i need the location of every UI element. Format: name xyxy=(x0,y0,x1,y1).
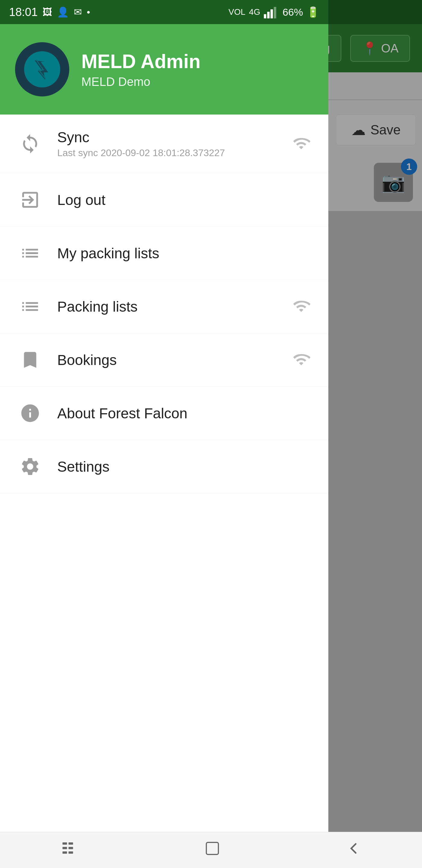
svg-rect-11 xyxy=(69,851,73,854)
about-icon xyxy=(18,401,42,425)
about-label: About Forest Falcon xyxy=(57,405,310,422)
packing-lists-icon xyxy=(18,294,42,318)
menu-item-bookings[interactable]: Bookings xyxy=(0,333,328,387)
svg-rect-0 xyxy=(264,14,266,19)
packing-lists-label: Packing lists xyxy=(57,299,277,315)
nav-back-button[interactable] xyxy=(333,833,372,867)
avatar xyxy=(15,42,69,96)
sync-label: Sync xyxy=(57,129,277,146)
menu-item-logout[interactable]: Log out xyxy=(0,173,328,227)
image-status-icon: 🖼 xyxy=(42,7,52,18)
dot-status-icon: • xyxy=(87,7,90,18)
logout-text: Log out xyxy=(57,192,310,208)
menu-item-settings[interactable]: Settings xyxy=(0,440,328,493)
svg-rect-9 xyxy=(69,842,73,845)
menu-item-about[interactable]: About Forest Falcon xyxy=(0,387,328,440)
navigation-drawer: 18:01 🖼 👤 ✉ • VOL 4G 66% 🔋 xyxy=(0,0,328,868)
menu-item-my-packing-lists[interactable]: My packing lists xyxy=(0,227,328,280)
battery-icon: 🔋 xyxy=(306,6,319,18)
logout-label: Log out xyxy=(57,192,310,208)
bookings-text: Bookings xyxy=(57,352,277,368)
logout-icon xyxy=(18,188,42,212)
menu-item-packing-lists[interactable]: Packing lists xyxy=(0,280,328,333)
nav-home-button[interactable] xyxy=(191,833,233,867)
sync-icon xyxy=(18,132,42,156)
bookings-wifi-icon xyxy=(292,351,310,369)
svg-rect-3 xyxy=(274,7,276,19)
svg-rect-7 xyxy=(63,847,67,849)
bottom-nav xyxy=(0,832,422,868)
menu-list: Sync Last sync 2020-09-02 18:01:28.37322… xyxy=(0,115,328,868)
person-status-icon: 👤 xyxy=(57,6,69,18)
sync-sublabel: Last sync 2020-09-02 18:01:28.373227 xyxy=(57,147,277,158)
svg-rect-6 xyxy=(63,842,67,845)
svg-rect-2 xyxy=(270,9,273,19)
4g-icon: 4G xyxy=(249,7,260,17)
my-packing-lists-text: My packing lists xyxy=(57,245,310,261)
settings-icon xyxy=(18,455,42,478)
settings-text: Settings xyxy=(57,458,310,475)
drawer-header: MELD Admin MELD Demo xyxy=(0,24,328,115)
my-packing-lists-icon xyxy=(18,241,42,265)
about-text: About Forest Falcon xyxy=(57,405,310,422)
svg-rect-10 xyxy=(69,847,73,849)
bookings-label: Bookings xyxy=(57,352,277,368)
app-name: MELD Admin xyxy=(81,50,201,73)
svg-rect-1 xyxy=(267,12,269,19)
sync-wifi-icon xyxy=(292,135,310,153)
nav-menu-button[interactable] xyxy=(50,835,92,866)
status-bar: 18:01 🖼 👤 ✉ • VOL 4G 66% 🔋 xyxy=(0,0,328,24)
packing-lists-text: Packing lists xyxy=(57,299,277,315)
svg-rect-8 xyxy=(63,851,67,854)
packing-lists-wifi-icon xyxy=(292,298,310,315)
header-text: MELD Admin MELD Demo xyxy=(81,50,201,89)
my-packing-lists-label: My packing lists xyxy=(57,245,310,261)
sync-text: Sync Last sync 2020-09-02 18:01:28.37322… xyxy=(57,129,277,158)
app-subtitle: MELD Demo xyxy=(81,75,201,89)
bookings-icon xyxy=(18,348,42,372)
signal-icon xyxy=(264,6,279,19)
battery-percent: 66% xyxy=(283,6,303,18)
status-time: 18:01 xyxy=(9,6,38,19)
vol-icon: VOL xyxy=(229,7,246,17)
svg-rect-12 xyxy=(206,842,218,855)
mail-status-icon: ✉ xyxy=(74,6,82,18)
menu-item-sync[interactable]: Sync Last sync 2020-09-02 18:01:28.37322… xyxy=(0,115,328,173)
settings-label: Settings xyxy=(57,458,310,475)
